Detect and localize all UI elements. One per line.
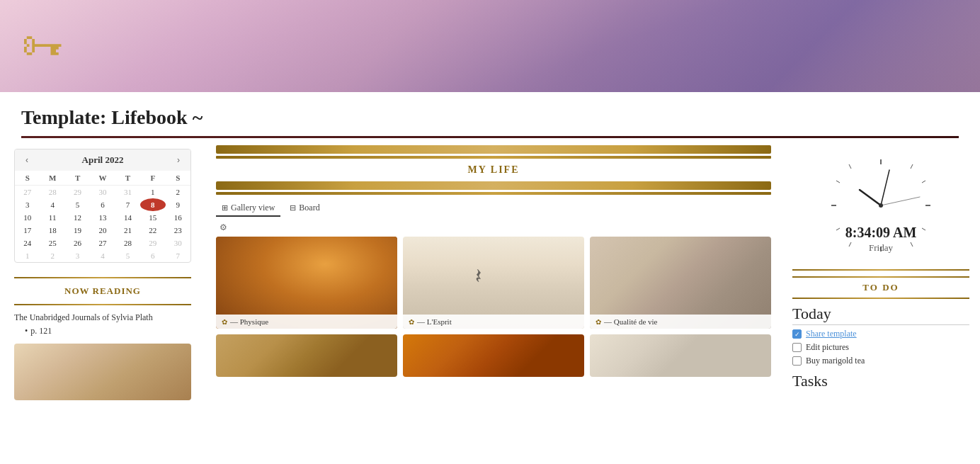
calendar-day[interactable]: 8 [140,198,165,211]
center-content: MY LIFE ⊞ Gallery view ⊟ Board ⚙ ✿ — Phy… [205,145,782,464]
calendar-day[interactable]: 5 [65,198,90,211]
calendar-day[interactable]: 11 [40,211,64,224]
calendar-prev-button[interactable]: ‹ [22,154,32,166]
tab-board-view[interactable]: ⊟ Board [284,200,325,217]
todo-checkbox-0[interactable] [792,329,802,339]
calendar-day[interactable]: 10 [15,211,40,224]
calendar-day[interactable]: 2 [40,249,64,262]
calendar-day[interactable]: 3 [65,249,90,262]
calendar-day[interactable]: 4 [90,249,115,262]
calendar-week-row: 24252627282930 [15,237,190,249]
calendar-day[interactable]: 3 [15,198,40,211]
calendar-next-button[interactable]: › [173,154,183,166]
gallery-grid-row2 [216,334,771,377]
book-title: The Unabridged Journals of Sylvia Plath [14,312,191,323]
calendar-day[interactable]: 9 [166,198,190,211]
calendar-day[interactable]: 7 [115,198,140,211]
calendar-day[interactable]: 4 [40,198,64,211]
svg-line-11 [849,164,851,169]
gallery-grid: ✿ — Physique ✿ — L'Esprit ✿ — Qualité de… [216,237,771,329]
calendar-day[interactable]: 18 [40,224,64,237]
calendar-day[interactable]: 29 [140,237,165,249]
calendar-day[interactable]: 6 [140,249,165,262]
gallery-item-qualite[interactable]: ✿ — Qualité de vie [590,237,771,329]
svg-line-14 [881,197,920,205]
calendar-day[interactable]: 16 [166,211,190,224]
calendar-day[interactable]: 1 [140,186,165,199]
calendar-week-row: 1234567 [15,249,190,262]
filter-icon[interactable]: ⚙ [220,222,771,233]
calendar-day-header: S [15,171,40,186]
gallery-item-esprit[interactable]: ✿ — L'Esprit [403,237,584,329]
calendar-week-row: 3456789 [15,198,190,211]
calendar-day[interactable]: 1 [15,249,40,262]
calendar-day[interactable]: 26 [65,237,90,249]
todo-today-heading: Today [792,305,969,325]
now-reading-title: NOW READING [14,285,191,297]
caption-icon-qualite: ✿ [596,318,601,326]
gallery-item-row2-2[interactable] [403,334,584,377]
calendar-day[interactable]: 27 [15,186,40,199]
gallery-item-row2-3[interactable] [590,334,771,377]
todo-checkbox-1[interactable] [792,343,802,352]
calendar-day[interactable]: 29 [65,186,90,199]
calendar-day-header: W [90,171,115,186]
calendar-day[interactable]: 25 [40,237,64,249]
calendar-day[interactable]: 28 [115,237,140,249]
calendar-day[interactable]: 12 [65,211,90,224]
todo-checkbox-2[interactable] [792,356,802,366]
calendar-day[interactable]: 15 [140,211,165,224]
calendar-day[interactable]: 13 [90,211,115,224]
svg-line-4 [911,164,913,169]
gold-bar-thin-1 [216,156,771,159]
calendar-day[interactable]: 14 [115,211,140,224]
calendar-day[interactable]: 31 [115,186,140,199]
page-title: Template: Lifebook ~ [21,106,959,129]
my-life-title: MY LIFE [216,164,771,176]
right-divider-1 [792,269,969,271]
calendar-day[interactable]: 21 [115,224,140,237]
right-sidebar: 8:34:09 AM Friday TO DO Today Share temp… [782,145,980,464]
calendar-grid: SMTWTFS 27282930311234567891011121314151… [15,171,190,262]
calendar-day[interactable]: 27 [90,237,115,249]
view-tabs: ⊞ Gallery view ⊟ Board [216,200,771,217]
calendar-day[interactable]: 2 [166,186,190,199]
svg-line-13 [881,170,889,205]
svg-line-10 [836,181,840,183]
calendar-day-header: T [115,171,140,186]
svg-line-12 [860,190,881,205]
gallery-image-row2-3 [590,334,771,377]
calendar-day[interactable]: 19 [65,224,90,237]
sidebar-divider-1 [14,277,191,278]
calendar-day[interactable]: 24 [15,237,40,249]
gallery-caption-physique: ✿ — Physique [216,315,397,329]
calendar-day[interactable]: 22 [140,224,165,237]
calendar-day[interactable]: 17 [15,224,40,237]
tab-gallery-view[interactable]: ⊞ Gallery view [216,200,280,217]
book-image [14,344,191,400]
todo-item-1: Edit pictures [792,342,969,353]
calendar-week-row: 17181920212223 [15,224,190,237]
calendar-day[interactable]: 30 [90,186,115,199]
todo-section-title: TO DO [792,282,969,293]
gallery-image-row2-1 [216,334,397,377]
svg-line-5 [922,181,925,183]
clock-time: 8:34:09 AM [821,225,941,241]
calendar-day[interactable]: 28 [40,186,64,199]
gallery-item-physique[interactable]: ✿ — Physique [216,237,397,329]
gallery-item-row2-1[interactable] [216,334,397,377]
calendar-day[interactable]: 7 [166,249,190,262]
calendar-day[interactable]: 20 [90,224,115,237]
gallery-caption-qualite: ✿ — Qualité de vie [590,315,771,329]
calendar-day[interactable]: 23 [166,224,190,237]
calendar-day[interactable]: 30 [166,237,190,249]
todo-item-0: Share template [792,329,969,339]
caption-icon-esprit: ✿ [409,318,414,326]
calendar-day-header: M [40,171,64,186]
calendar-day[interactable]: 6 [90,198,115,211]
gallery-icon: ⊞ [222,203,228,213]
calendar-month-year: April 2022 [82,154,124,166]
calendar-day[interactable]: 5 [115,249,140,262]
sidebar-divider-2 [14,304,191,305]
calendar: ‹ April 2022 › SMTWTFS 27282930311234567… [14,149,191,263]
